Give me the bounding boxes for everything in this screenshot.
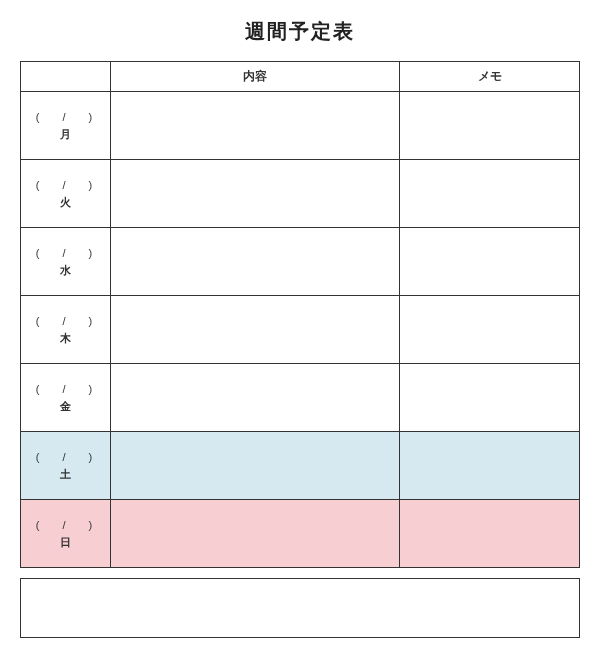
weekday-label: 水 xyxy=(25,262,106,279)
table-row: ( / )水 xyxy=(21,228,580,296)
content-cell xyxy=(111,92,400,160)
memo-cell xyxy=(400,432,580,500)
weekday-label: 日 xyxy=(25,534,106,551)
day-cell: ( / )水 xyxy=(21,228,111,296)
weekday-label: 木 xyxy=(25,330,106,347)
date-placeholder: ( / ) xyxy=(25,245,106,262)
memo-cell xyxy=(400,160,580,228)
date-placeholder: ( / ) xyxy=(25,313,106,330)
table-header-row: 内容 メモ xyxy=(21,62,580,92)
day-cell: ( / )金 xyxy=(21,364,111,432)
table-row: ( / )土 xyxy=(21,432,580,500)
table-row: ( / )金 xyxy=(21,364,580,432)
day-cell: ( / )火 xyxy=(21,160,111,228)
date-placeholder: ( / ) xyxy=(25,177,106,194)
table-row: ( / )月 xyxy=(21,92,580,160)
weekday-label: 土 xyxy=(25,466,106,483)
memo-cell xyxy=(400,228,580,296)
schedule-table: 内容 メモ ( / )月( / )火( / )水( / )木( / )金( / … xyxy=(20,61,580,568)
day-cell: ( / )日 xyxy=(21,500,111,568)
weekday-label: 火 xyxy=(25,194,106,211)
memo-cell xyxy=(400,296,580,364)
weekday-label: 月 xyxy=(25,126,106,143)
memo-cell xyxy=(400,364,580,432)
content-cell xyxy=(111,228,400,296)
table-row: ( / )木 xyxy=(21,296,580,364)
content-cell xyxy=(111,160,400,228)
table-body: ( / )月( / )火( / )水( / )木( / )金( / )土( / … xyxy=(21,92,580,568)
day-cell: ( / )月 xyxy=(21,92,111,160)
date-placeholder: ( / ) xyxy=(25,381,106,398)
notes-box xyxy=(20,578,580,638)
page-title: 週間予定表 xyxy=(20,18,580,45)
content-cell xyxy=(111,364,400,432)
header-day xyxy=(21,62,111,92)
content-cell xyxy=(111,432,400,500)
table-row: ( / )日 xyxy=(21,500,580,568)
header-memo: メモ xyxy=(400,62,580,92)
date-placeholder: ( / ) xyxy=(25,109,106,126)
day-cell: ( / )木 xyxy=(21,296,111,364)
day-cell: ( / )土 xyxy=(21,432,111,500)
memo-cell xyxy=(400,500,580,568)
header-content: 内容 xyxy=(111,62,400,92)
table-row: ( / )火 xyxy=(21,160,580,228)
memo-cell xyxy=(400,92,580,160)
date-placeholder: ( / ) xyxy=(25,517,106,534)
content-cell xyxy=(111,500,400,568)
date-placeholder: ( / ) xyxy=(25,449,106,466)
content-cell xyxy=(111,296,400,364)
weekday-label: 金 xyxy=(25,398,106,415)
